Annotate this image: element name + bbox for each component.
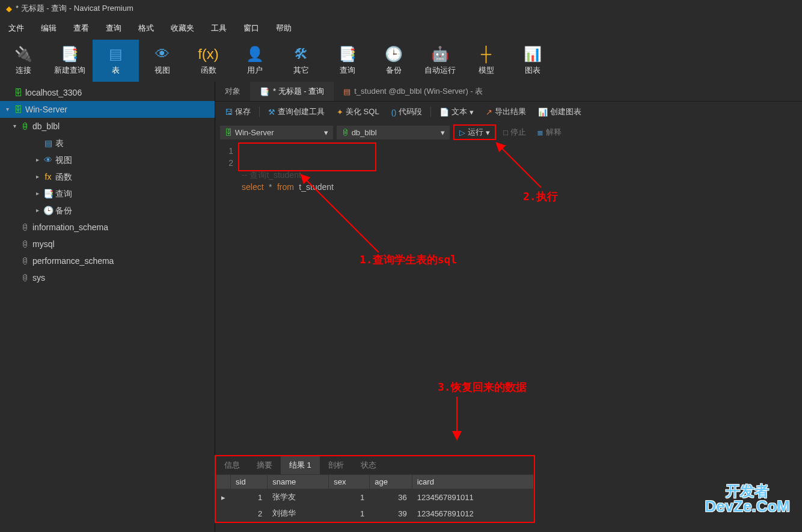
cell[interactable]: 39 bbox=[370, 506, 412, 522]
table-row[interactable]: 2刘德华1391234567891012 bbox=[216, 506, 534, 522]
tree-item[interactable]: ▤表 bbox=[0, 135, 215, 151]
cell[interactable]: 36 bbox=[370, 489, 412, 506]
cell[interactable]: 刘德华 bbox=[268, 506, 329, 522]
column-header[interactable]: age bbox=[370, 475, 412, 489]
tree-item[interactable]: ▸📑查询 bbox=[0, 185, 215, 202]
tree-icon: fx bbox=[43, 170, 53, 183]
expand-icon[interactable]: ▾ bbox=[4, 103, 11, 116]
tree-item[interactable]: 🛢mysql bbox=[0, 236, 215, 252]
column-header[interactable]: sname bbox=[268, 475, 329, 489]
tree-item[interactable]: ▾🛢db_blbl bbox=[0, 118, 215, 135]
表-icon: ▤ bbox=[109, 46, 123, 63]
row-indicator: ▸ bbox=[216, 489, 231, 506]
tree-icon: 🛢 bbox=[20, 221, 30, 234]
menu-item[interactable]: 工具 bbox=[203, 20, 235, 36]
cell[interactable]: 1 bbox=[329, 506, 370, 522]
tree-item[interactable]: ▸👁视图 bbox=[0, 151, 215, 168]
table-row[interactable]: ▸1张学友1361234567891011 bbox=[216, 489, 534, 506]
export-results-button[interactable]: ↗导出结果 bbox=[482, 105, 530, 118]
连接-icon: 🔌 bbox=[14, 46, 32, 63]
toolbar-用户[interactable]: 👤用户 bbox=[231, 40, 278, 82]
beautify-sql-button[interactable]: ✦美化 SQL bbox=[333, 105, 383, 118]
tree-icon: 🗄 bbox=[13, 86, 23, 99]
expand-icon[interactable]: ▾ bbox=[11, 120, 18, 133]
expand-icon[interactable]: ▸ bbox=[34, 187, 41, 200]
menu-item[interactable]: 帮助 bbox=[268, 20, 300, 36]
menu-item[interactable]: 文件 bbox=[0, 20, 32, 36]
cell[interactable]: 1234567891012 bbox=[412, 506, 533, 522]
snippet-button[interactable]: ()代码段 bbox=[388, 105, 426, 118]
database-icon: 🛢 bbox=[341, 128, 349, 137]
query-builder-button[interactable]: ⚒查询创建工具 bbox=[265, 105, 328, 118]
watermark: 开发者 DevZe.CoM bbox=[705, 484, 790, 514]
database-combo[interactable]: 🛢 db_blbl ▾ bbox=[337, 126, 450, 139]
toolbar-其它[interactable]: 🛠其它 bbox=[278, 40, 324, 82]
result-tab[interactable]: 状态 bbox=[352, 456, 385, 474]
result-tab[interactable]: 剖析 bbox=[320, 456, 352, 474]
cell[interactable]: 1234567891011 bbox=[412, 489, 533, 506]
column-header[interactable]: icard bbox=[412, 475, 533, 489]
函数-icon: f(x) bbox=[198, 46, 219, 63]
备份-icon: 🕒 bbox=[385, 46, 403, 63]
cell[interactable]: 1 bbox=[329, 489, 370, 506]
tree-item[interactable]: ▾🗄Win-Server bbox=[0, 101, 215, 118]
toolbar-查询[interactable]: 📑查询 bbox=[324, 40, 370, 82]
menu-item[interactable]: 查询 bbox=[97, 20, 130, 36]
tree-item[interactable]: 🛢performance_schema bbox=[0, 252, 215, 269]
menu-item[interactable]: 收藏夹 bbox=[162, 20, 203, 36]
result-tab[interactable]: 摘要 bbox=[248, 456, 281, 474]
editor-tab[interactable]: 对象 bbox=[215, 82, 250, 101]
tree-item[interactable]: 🛢information_schema bbox=[0, 219, 215, 236]
tab-icon: ▤ bbox=[343, 87, 350, 96]
toolbar-函数[interactable]: f(x)函数 bbox=[185, 40, 231, 82]
menu-item[interactable]: 编辑 bbox=[32, 20, 65, 36]
run-button[interactable]: ▷ 运行 ▾ bbox=[453, 124, 496, 140]
toolbar-图表[interactable]: 📊图表 bbox=[509, 40, 556, 82]
toolbar-新建查询[interactable]: 📑新建查询 bbox=[46, 40, 93, 82]
chevron-down-icon: ▾ bbox=[441, 128, 445, 137]
create-chart-button[interactable]: 📊创建图表 bbox=[534, 105, 585, 118]
result-tab[interactable]: 结果 1 bbox=[281, 456, 320, 474]
menu-item[interactable]: 格式 bbox=[130, 20, 162, 36]
tree-icon: 🛢 bbox=[20, 271, 30, 284]
column-header[interactable]: sex bbox=[329, 475, 370, 489]
toolbar-备份[interactable]: 🕒备份 bbox=[370, 40, 417, 82]
results-grid[interactable]: sidsnamesexageicard ▸1张学友136123456789101… bbox=[216, 474, 534, 522]
explain-button[interactable]: ≣ 解释 bbox=[533, 126, 565, 139]
expand-icon[interactable]: ▸ bbox=[34, 204, 41, 217]
expand-icon[interactable]: ▸ bbox=[34, 153, 41, 167]
editor-tab[interactable]: 📑* 无标题 - 查询 bbox=[250, 82, 334, 101]
editor-tab[interactable]: ▤t_student @db_blbl (Win-Server) - 表 bbox=[334, 82, 492, 101]
save-button[interactable]: 🖫保存 bbox=[221, 105, 254, 118]
chart-icon: 📊 bbox=[538, 108, 548, 117]
toolbar-连接[interactable]: 🔌连接 bbox=[0, 40, 46, 82]
menu-item[interactable]: 查看 bbox=[65, 20, 97, 36]
column-header[interactable]: sid bbox=[231, 475, 268, 489]
cell[interactable]: 张学友 bbox=[268, 489, 329, 506]
tree-item[interactable]: 🗄localhost_3306 bbox=[0, 84, 215, 101]
cell[interactable]: 1 bbox=[231, 489, 268, 506]
tree-icon: 👁 bbox=[43, 153, 53, 167]
hammer-icon: ⚒ bbox=[268, 108, 275, 117]
tree-item[interactable]: ▸fx函数 bbox=[0, 168, 215, 185]
tree-item[interactable]: 🛢sys bbox=[0, 269, 215, 286]
tree-icon: 🛢 bbox=[20, 120, 30, 133]
expand-icon[interactable]: ▸ bbox=[34, 170, 41, 183]
query-toolbar: 🖫保存 ⚒查询创建工具 ✦美化 SQL ()代码段 📄文本 ▾ ↗导出结果 📊创… bbox=[215, 102, 802, 122]
toolbar-模型[interactable]: ┼模型 bbox=[463, 40, 509, 82]
menu-item[interactable]: 窗口 bbox=[235, 20, 268, 36]
server-combo[interactable]: 🗄 Win-Server ▾ bbox=[220, 126, 333, 139]
connection-tree[interactable]: 🗄localhost_3306▾🗄Win-Server▾🛢db_blbl▤表▸👁… bbox=[0, 82, 215, 532]
text-button[interactable]: 📄文本 ▾ bbox=[436, 105, 477, 118]
cell[interactable]: 2 bbox=[231, 506, 268, 522]
toolbar-视图[interactable]: 👁视图 bbox=[139, 40, 185, 82]
snippet-icon: () bbox=[391, 108, 397, 117]
result-tab[interactable]: 信息 bbox=[216, 456, 248, 474]
toolbar-自动运行[interactable]: 🤖自动运行 bbox=[417, 40, 463, 82]
annotation-box-1 bbox=[238, 142, 376, 171]
tree-item[interactable]: ▸🕒备份 bbox=[0, 202, 215, 219]
title-bar: ◆ * 无标题 - 查询 - Navicat Premium bbox=[0, 0, 802, 17]
row-indicator bbox=[216, 506, 231, 522]
toolbar-表[interactable]: ▤表 bbox=[93, 40, 139, 82]
stop-button[interactable]: □ 停止 bbox=[500, 126, 530, 139]
